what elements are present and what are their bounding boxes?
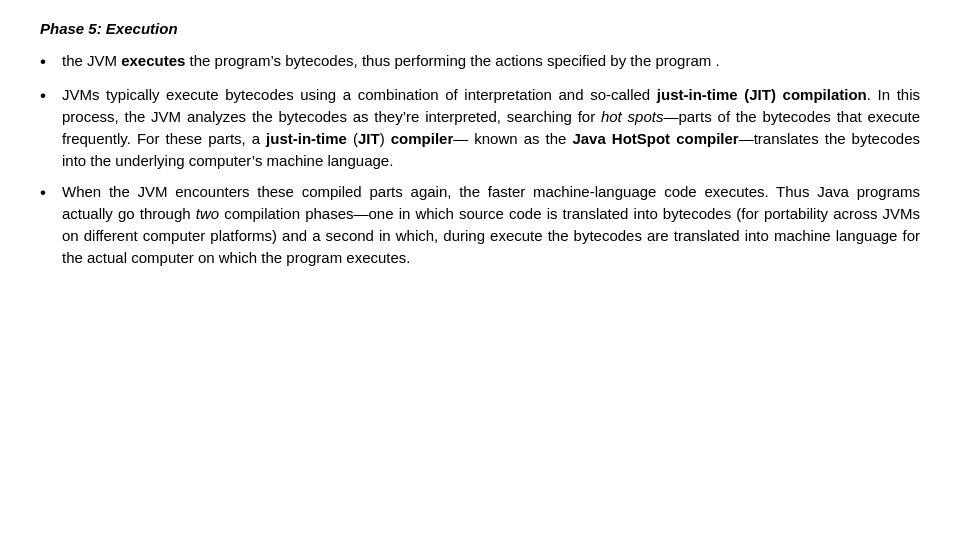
page-container: Phase 5: Execution • the JVM executes th… [0,0,960,540]
jit-compilation-bold: just-in-time (JIT) compilation [657,86,867,103]
hotspot-bold: Java HotSpot compiler [572,130,738,147]
bullet-list: • the JVM executes the program’s bytecod… [40,50,920,269]
bullet-dot: • [40,181,58,206]
list-item: • When the JVM encounters these compiled… [40,181,920,268]
phase-title: Phase 5: Execution [40,18,920,40]
bullet-text-2: JVMs typically execute bytecodes using a… [62,84,920,171]
list-item: • JVMs typically execute bytecodes using… [40,84,920,171]
bullet-dot: • [40,50,58,75]
list-item: • the JVM executes the program’s bytecod… [40,50,920,75]
compiler-bold: compiler [391,130,454,147]
just-in-time-bold: just-in-time [266,130,347,147]
bullet-text-1: the JVM executes the program’s bytecodes… [62,50,920,72]
jit-bold: JIT [358,130,380,147]
executes-bold: executes [121,52,185,69]
bullet-dot: • [40,84,58,109]
bullet-text-3: When the JVM encounters these compiled p… [62,181,920,268]
hot-spots-italic: hot spots [601,108,664,125]
two-italic: two [196,205,219,222]
